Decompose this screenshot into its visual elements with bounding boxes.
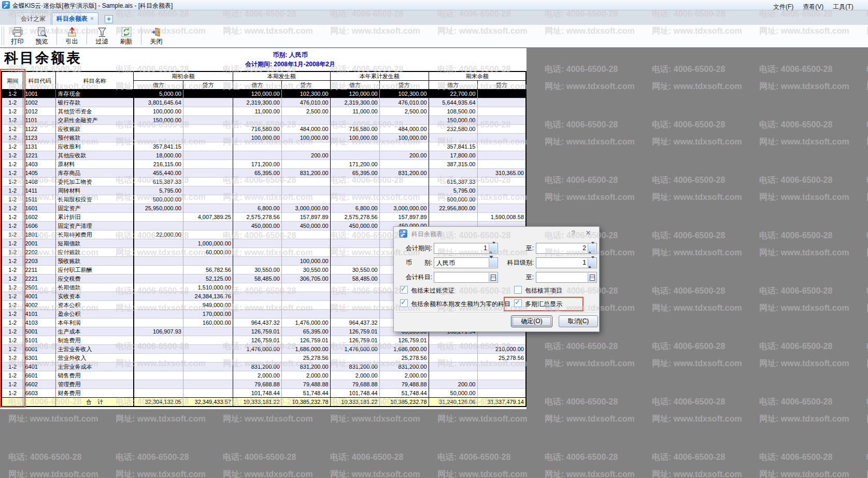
table-row[interactable]: 1-21122应收账款716,580.00484,000.00716,580.0… — [2, 125, 526, 134]
table-row[interactable]: 1-26602管理费用79,688.8879,488.8879,688.8879… — [2, 380, 526, 389]
account-level-input[interactable]: 1 — [536, 257, 597, 268]
spinner-icon[interactable] — [588, 258, 596, 267]
cancel-button[interactable]: 取消(C) — [559, 315, 598, 327]
cell — [134, 213, 183, 222]
toolbar-button-refresh[interactable]: 刷新 — [114, 26, 138, 47]
cell: 1,686,000.00 — [379, 345, 429, 354]
spinner-icon[interactable] — [489, 244, 497, 253]
table-row[interactable]: 1-26401主营业务成本831,200.00831,200.00831,200… — [2, 363, 526, 371]
dropdown-arrow-icon[interactable] — [489, 258, 497, 267]
watermark: 电话: 4006-6500-28网址: www.tdxsoft.com — [652, 448, 742, 478]
checkbox-include-items[interactable]: 包括核算项目 — [514, 286, 562, 294]
table-row[interactable]: 1-21221其他应收款18,000.00200.00200.0017,800.… — [2, 151, 526, 160]
browse-icon[interactable] — [489, 273, 497, 282]
toolbar-separator — [56, 27, 57, 45]
checkbox-multi-period[interactable]: 多期汇总显示 — [514, 299, 562, 308]
toolbar-gripper-icon[interactable] — [2, 27, 4, 45]
cell — [477, 363, 526, 371]
cell — [183, 354, 233, 363]
toolbar-button-filter[interactable]: 过滤 — [90, 26, 114, 47]
cell: 310,365.00 — [477, 169, 526, 178]
currency-select[interactable]: 人民币 — [434, 257, 498, 268]
cell: 1-2 — [2, 380, 23, 389]
cell: 108,500.00 — [429, 107, 477, 116]
cell — [429, 354, 477, 363]
cell: 2221 — [23, 274, 56, 283]
watermark: 电话: 4006-6500-28网址: www.tdxsoft.com — [759, 61, 849, 95]
cell: 实收资本 — [56, 292, 134, 301]
table-row[interactable]: 1-21602累计折旧4,007,389.252,575,278.56157,8… — [2, 213, 526, 222]
cell — [183, 363, 233, 371]
toolbar-button-printer[interactable]: 打印 — [5, 26, 30, 47]
cell: 6401 — [23, 363, 56, 371]
table-row[interactable]: 1-26001主营业务收入1,476,000.001,686,000.001,4… — [2, 345, 526, 354]
cell: 476,010.00 — [379, 98, 429, 107]
cell — [134, 301, 183, 310]
cell — [477, 142, 526, 151]
tab-accounting-home[interactable]: 会计之家 — [16, 12, 51, 25]
cell: 1-2 — [2, 125, 23, 134]
dialog-close-button[interactable]: × — [586, 228, 591, 238]
tab-account-balance[interactable]: 科目余额表× — [52, 12, 98, 25]
cell: 106,907.93 — [134, 327, 183, 336]
toolbar-button-preview[interactable]: 预览 — [30, 26, 54, 47]
table-row[interactable]: 1-21012其他货币资金100,000.0011,000.002,500.00… — [2, 107, 526, 116]
browse-icon[interactable] — [588, 273, 596, 282]
table-row[interactable]: 1-26603财务费用101,748.4451,748.44101,748.44… — [2, 389, 526, 398]
checkbox-include-zero[interactable]: 包括余额和本期发生额均为零的科目 — [400, 299, 510, 308]
cell: 1,510,000.00 — [183, 283, 233, 292]
cell: 长期借款 — [56, 283, 134, 292]
sub-header: 贷方 — [477, 81, 526, 90]
dialog-titlebar[interactable]: 科目余额表 ? × — [394, 227, 599, 240]
period-to-input[interactable]: 2 — [536, 243, 597, 254]
spinner-icon[interactable] — [588, 244, 596, 253]
table-row[interactable]: 1-21403原材料216,115.00171,200.00171,200.00… — [2, 160, 526, 169]
cell — [330, 116, 379, 125]
cell: 1-2 — [2, 345, 23, 354]
tab-close-icon[interactable]: × — [90, 15, 94, 22]
watermark: 电话: 4006-6500-28网址: www.tdxsoft.com — [759, 448, 849, 478]
cell: 应收股利 — [56, 142, 134, 151]
cell — [183, 142, 233, 151]
toolbar-button-export[interactable]: 引出 — [60, 26, 84, 47]
table-row[interactable]: 1-21405库存商品455,440.0065,395.00831,200.00… — [2, 169, 526, 178]
account-to-input[interactable] — [536, 272, 597, 283]
table-row[interactable]: 1-26601销售费用2,000.002,000.002,000.002,000… — [2, 371, 526, 380]
toolbar-button-close[interactable]: 关闭 — [144, 26, 168, 47]
cell: 1-2 — [2, 248, 23, 257]
cell: 2,000.00 — [330, 371, 379, 380]
table-row[interactable]: 1-21601固定资产25,950,000.006,800.003,000,00… — [2, 204, 526, 213]
watermark: 电话: 4006-6500-28网址: www.tdxsoft.com — [8, 448, 98, 478]
table-row[interactable]: 1-21101交易性金融资产150,000.00150,000.00 — [2, 116, 526, 125]
table-row[interactable]: 1-25101制造费用126,759.01126,759.01126,759.0… — [2, 336, 526, 345]
account-from-input[interactable] — [434, 272, 498, 283]
table-row[interactable]: 1-21123预付账款100,000.00100,000.00100,000.0… — [2, 134, 526, 142]
table-row[interactable]: 1-21001库存现金5,000.00120,000.00102,300.001… — [2, 90, 526, 98]
checkbox-include-unposted[interactable]: 包括未过账凭证 — [400, 286, 454, 294]
cell: 387,315.00 — [429, 160, 477, 169]
table-row[interactable]: 1-21411周转材料5,795.005,795.00 — [2, 186, 526, 195]
cell — [233, 257, 281, 266]
cell: 5,644,935.64 — [429, 98, 477, 107]
total-cell: 10,333,181.22 — [233, 398, 281, 407]
cell: 65,395.00 — [281, 327, 330, 336]
table-row[interactable]: 1-21131应收股利357,841.15357,841.15 — [2, 142, 526, 151]
cell — [233, 230, 281, 239]
ok-button[interactable]: 确定(O) — [511, 315, 552, 327]
cell: 22,956,800.00 — [429, 204, 477, 213]
cell: 500,000.00 — [134, 195, 183, 204]
table-row[interactable]: 1-21002银行存款3,801,645.642,319,300.00476,0… — [2, 98, 526, 107]
cell: 生产成本 — [56, 327, 134, 336]
table-row[interactable]: 1-26301营业外收入25,278.5625,278.5625,278.56 — [2, 354, 526, 363]
table-row[interactable]: 1-21511长期股权投资500,000.00500,000.00 — [2, 195, 526, 204]
cell: 126,759.01 — [330, 327, 379, 336]
dialog-help-button[interactable]: ? — [571, 229, 575, 237]
cell — [233, 178, 281, 186]
cell: 1403 — [23, 160, 56, 169]
new-tab-button[interactable]: + — [105, 15, 113, 23]
app-icon — [2, 1, 10, 9]
cell: 1-2 — [2, 195, 23, 204]
table-row[interactable]: 1-21408委托加工物资615,387.33615,387.33 — [2, 178, 526, 186]
cell: 964,437.32 — [233, 318, 281, 327]
period-from-input[interactable]: 1 — [434, 243, 498, 254]
